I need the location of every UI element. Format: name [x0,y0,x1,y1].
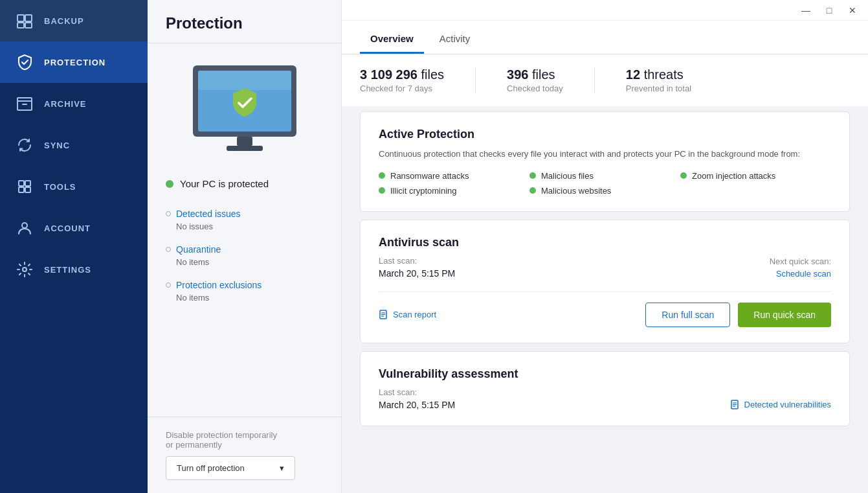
minimize-button[interactable]: — [798,3,814,18]
card-active-protection: Active Protection Continuous protection … [360,111,850,212]
protection-item-cryptomining: Illicit cryptomining [379,186,529,196]
last-scan-value: March 20, 5:15 PM [379,268,455,279]
last-scan-label: Last scan: [379,256,455,266]
exclusions-link[interactable]: Protection exclusions [166,280,323,290]
scan-card-body: Last scan: March 20, 5:15 PM Next quick … [379,256,831,279]
card-antivirus-scan: Antivirus scan Last scan: March 20, 5:15… [360,220,850,343]
scan-next-info: Next quick scan: Schedule scan [770,257,831,279]
main-panel: — □ ✕ Overview Activity 3 109 296 files … [342,0,868,493]
tools-icon [16,178,34,196]
sidebar-item-protection[interactable]: PROTECTION [0,41,148,83]
sidebar-item-tools[interactable]: TOOLS [0,166,148,207]
protection-item-malicious-files: Malicious files [529,171,680,181]
next-scan-label: Next quick scan: [770,257,831,266]
issue-exclusions: Protection exclusions No items [166,280,323,303]
tab-overview[interactable]: Overview [360,24,424,54]
detected-issues-link[interactable]: Detected issues [166,209,323,219]
scan-report-link[interactable]: Scan report [379,310,436,320]
svg-rect-8 [25,181,30,186]
stat-total-files-label: Checked for 7 days [360,84,444,93]
svg-rect-17 [227,146,263,151]
schedule-scan-link[interactable]: Schedule scan [770,269,831,279]
protection-items: Ransomware attacks Malicious files Zoom … [379,171,831,196]
svg-rect-2 [17,23,24,28]
sidebar-item-account[interactable]: ACCOUNT [0,207,148,249]
tab-activity[interactable]: Activity [429,24,481,54]
exclusions-sub: No items [166,293,323,303]
issue-detected-issues: Detected issues No issues [166,209,323,231]
account-icon [16,219,34,237]
sidebar-item-archive[interactable]: ARCHIVE [0,83,148,124]
stat-total-files: 3 109 296 files Checked for 7 days [360,67,476,93]
active-protection-desc: Continuous protection that checks every … [379,148,831,161]
stat-threats-value: 12 threats [626,67,691,82]
vuln-last-scan-value: March 20, 5:15 PM [379,400,455,410]
antivirus-scan-title: Antivirus scan [379,236,831,249]
sidebar-label-archive: ARCHIVE [44,99,87,109]
svg-rect-3 [25,23,32,28]
quarantine-sub: No items [166,257,323,267]
scan-action-buttons: Run full scan Run quick scan [645,303,831,327]
green-dot-3 [680,172,687,179]
stat-total-files-value: 3 109 296 files [360,67,444,82]
protection-item-ransomware: Ransomware attacks [379,171,529,181]
svg-point-12 [23,268,27,271]
close-button[interactable]: ✕ [845,3,860,18]
maximize-button[interactable]: □ [821,3,837,18]
pc-status-label: Your PC is protected [180,178,269,189]
archive-icon [16,95,34,113]
protection-item-zoom: Zoom injection attacks [680,171,831,181]
vuln-last-info: Last scan: March 20, 5:15 PM [379,387,455,410]
cards-area: Active Protection Continuous protection … [342,106,868,493]
sync-icon [16,136,34,154]
monitor-illustration [166,59,323,163]
middle-content: Your PC is protected Detected issues No … [148,43,341,417]
card-vulnerability: Vulnerability assessment Last scan: Marc… [360,351,850,426]
sidebar-item-sync[interactable]: SYNC [0,124,148,166]
detected-issues-sub: No issues [166,222,323,231]
middle-footer: Disable protection temporarilyor permane… [148,417,341,493]
sidebar-label-protection: PROTECTION [44,58,106,67]
green-dot-4 [379,187,385,194]
issue-dot-1 [166,211,171,216]
detected-vulnerabilities-link[interactable]: Detected vulnerabilities [730,400,831,410]
sidebar-label-tools: TOOLS [44,182,76,192]
stats-bar: 3 109 296 files Checked for 7 days 396 f… [342,54,868,106]
sidebar: BACKUP PROTECTION ARCHIVE [0,0,148,493]
svg-rect-15 [198,71,291,90]
active-protection-title: Active Protection [379,128,831,141]
middle-panel: Protection Your PC [148,0,342,493]
svg-rect-0 [17,15,24,21]
svg-rect-7 [19,181,24,186]
svg-rect-10 [25,187,30,192]
issue-dot-2 [166,247,171,252]
tabs-bar: Overview Activity [342,21,868,54]
svg-rect-16 [237,137,252,146]
backup-icon [16,12,34,30]
scan-actions: Scan report Run full scan Run quick scan [379,292,831,327]
sidebar-item-backup[interactable]: BACKUP [0,0,148,41]
sidebar-item-settings[interactable]: SETTINGS [0,249,148,290]
settings-icon [16,260,34,279]
vuln-last-scan-label: Last scan: [379,387,455,397]
page-title: Protection [148,0,341,43]
pc-status: Your PC is protected [166,178,323,189]
quarantine-link[interactable]: Quarantine [166,244,323,255]
stat-threats: 12 threats Prevented in total [626,67,722,93]
sidebar-label-sync: SYNC [44,141,70,150]
green-dot-2 [529,172,536,179]
turn-off-protection-button[interactable]: Turn off protection ▾ [166,456,295,480]
vulnerability-title: Vulnerability assessment [379,367,831,381]
svg-rect-1 [25,15,32,21]
run-quick-scan-button[interactable]: Run quick scan [738,303,831,327]
green-dot-5 [529,187,536,194]
svg-rect-9 [19,187,24,192]
chevron-down-icon: ▾ [280,463,284,473]
issue-quarantine: Quarantine No items [166,244,323,267]
run-full-scan-button[interactable]: Run full scan [645,303,730,327]
stat-today-files-label: Checked today [507,84,563,93]
issues-section: Detected issues No issues Quarantine No … [166,209,323,303]
titlebar: — □ ✕ [342,0,868,21]
shield-icon [16,53,34,71]
svg-rect-5 [17,101,32,110]
